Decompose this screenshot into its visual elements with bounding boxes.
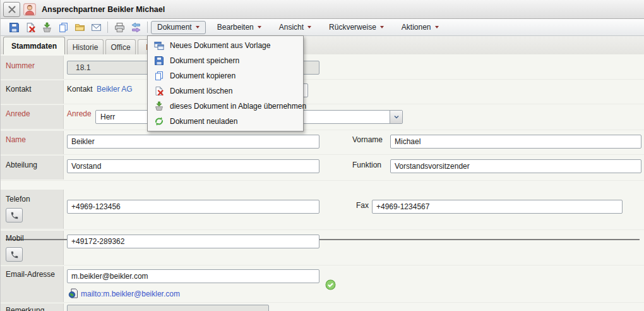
print-icon [114, 22, 125, 33]
bemerkung-input[interactable] [67, 305, 269, 311]
form-stammdaten: Nummer Kontakt Kontakt Beikler AG Anrede… [1, 54, 644, 311]
mobil-label: Mobil [6, 234, 24, 243]
chevron-down-icon [380, 26, 384, 28]
chevron-down-icon [258, 26, 261, 28]
row-separator [1, 104, 644, 104]
row-separator [1, 180, 644, 181]
email-label: Email-Adresse [6, 270, 55, 279]
mailto-globe-icon [68, 288, 78, 298]
menu-item-neues-dokument-aus-vorlage[interactable]: Neues Dokument aus Vorlage [148, 38, 303, 53]
tab-strip: Stammdaten Historie Office De [1, 36, 644, 54]
person-icon [23, 3, 36, 16]
funktion-label: Funktion [352, 161, 381, 169]
fax-input[interactable] [372, 200, 623, 214]
chevron-down-icon [435, 26, 439, 28]
menu-bearbeiten-label: Bearbeiten [217, 23, 254, 32]
kontakt-label: Kontakt [6, 85, 32, 94]
abteilung-input[interactable] [67, 159, 319, 173]
menu-item-label: Dokument löschen [170, 87, 232, 95]
telefon-input[interactable] [67, 200, 319, 214]
fax-label: Fax [356, 201, 369, 210]
delete-document-button[interactable] [22, 20, 39, 35]
archive-button[interactable] [39, 20, 55, 35]
row-separator [1, 265, 644, 265]
mailto-link[interactable]: mailto:m.beikler@beikler.com [81, 290, 180, 298]
menu-item-dokument-speichern[interactable]: Dokument speichern [148, 53, 303, 68]
archive-icon [42, 22, 52, 33]
name-label: Name [6, 135, 26, 144]
chevron-down-icon [196, 26, 200, 28]
toolbar-separator [107, 21, 108, 33]
abteilung-label: Abteilung [6, 161, 37, 169]
tab-label: Office [110, 43, 130, 52]
menu-ansicht[interactable]: Ansicht [273, 21, 318, 34]
titlebar: Ansprechpartner Beikler Michael [1, 0, 644, 19]
row-separator [1, 154, 644, 155]
folder-icon [75, 22, 85, 33]
funktion-input[interactable] [390, 159, 641, 173]
menu-dokument-label: Dokument [157, 23, 192, 32]
anrede-inline-label: Anrede [67, 109, 92, 118]
menu-aktionen[interactable]: Aktionen [395, 21, 445, 34]
save-icon [154, 56, 164, 66]
row-separator [1, 79, 644, 80]
copy-button[interactable] [55, 20, 71, 35]
menu-rueckverweise-label: Rückverweise [329, 23, 376, 32]
menu-item-dokument-kopieren[interactable]: Dokument kopieren [148, 68, 303, 83]
name-input[interactable] [67, 135, 319, 149]
kontakt-inline-label: Kontakt [67, 85, 93, 94]
telefon-dial-button[interactable] [6, 208, 23, 223]
nummer-label: Nummer [6, 61, 35, 70]
tab-historie[interactable]: Historie [67, 39, 104, 54]
copy-icon [58, 22, 69, 33]
archive-icon [154, 101, 164, 111]
anrede-label: Anrede [6, 109, 30, 118]
close-button[interactable] [3, 2, 20, 17]
tab-label: Historie [73, 43, 98, 52]
menu-item-label: Dokument speichern [170, 56, 239, 65]
row-separator [1, 302, 644, 303]
close-icon [7, 4, 17, 15]
mobil-input[interactable] [67, 235, 319, 248]
bemerkung-label: Bemerkung [6, 306, 44, 311]
toolbar: Dokument Bearbeiten Ansicht Rückverweise… [1, 19, 644, 36]
telefon-label: Telefon [6, 195, 30, 204]
print-button[interactable] [111, 20, 128, 35]
phone-icon [10, 250, 19, 259]
save-icon [9, 22, 20, 33]
anrede-dropdown-button[interactable] [390, 111, 402, 123]
folder-button[interactable] [71, 20, 88, 35]
menu-item-label: dieses Dokument in Ablage übernehmen [170, 102, 306, 111]
save-button[interactable] [6, 20, 22, 35]
copy-icon [154, 71, 164, 81]
menu-bearbeiten[interactable]: Bearbeiten [211, 21, 268, 34]
menu-item-label: Dokument neuladen [170, 117, 237, 126]
menu-dokument[interactable]: Dokument [151, 21, 206, 34]
vorname-label: Vorname [352, 135, 383, 144]
row-separator [1, 130, 644, 130]
menu-rueckverweise[interactable]: Rückverweise [323, 21, 390, 34]
kontakt-link[interactable]: Beikler AG [97, 85, 133, 94]
menu-ansicht-label: Ansicht [279, 23, 304, 32]
menu-item-dokument-neuladen[interactable]: Dokument neuladen [148, 114, 303, 129]
menu-item-dokument-in-ablage[interactable]: dieses Dokument in Ablage übernehmen [148, 99, 303, 114]
tab-office[interactable]: Office [105, 39, 136, 54]
delete-document-icon [154, 86, 164, 96]
chevron-down-icon [307, 26, 311, 28]
email-input[interactable] [67, 269, 319, 283]
tab-label: Stammdaten [11, 42, 57, 51]
new-document-from-template-icon [154, 40, 164, 51]
tab-stammdaten[interactable]: Stammdaten [3, 37, 65, 54]
menu-item-label: Dokument kopieren [170, 71, 236, 80]
menu-item-label: Neues Dokument aus Vorlage [170, 41, 270, 50]
vorname-input[interactable] [390, 135, 641, 149]
chevron-down-icon [393, 113, 400, 121]
mobil-dial-button[interactable] [6, 247, 23, 262]
delete-document-icon [25, 22, 36, 33]
email-button[interactable] [88, 20, 104, 35]
menu-item-dokument-loeschen[interactable]: Dokument löschen [148, 83, 303, 99]
menu-aktionen-label: Aktionen [402, 23, 431, 32]
transfer-button[interactable] [128, 20, 144, 35]
phone-icon [10, 211, 19, 220]
page-title: Ansprechpartner Beikler Michael [42, 5, 165, 14]
